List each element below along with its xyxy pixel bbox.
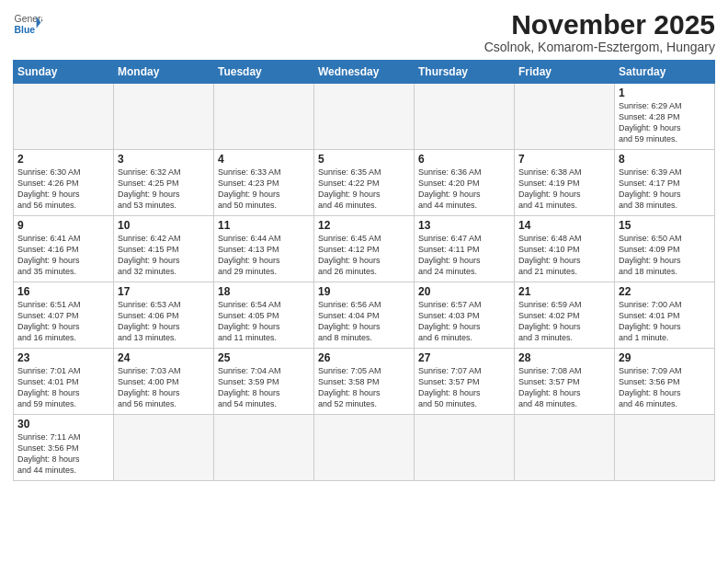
- calendar-cell: 25Sunrise: 7:04 AM Sunset: 3:59 PM Dayli…: [214, 349, 314, 415]
- calendar-cell: 9Sunrise: 6:41 AM Sunset: 4:16 PM Daylig…: [14, 216, 114, 282]
- calendar-cell: 27Sunrise: 7:07 AM Sunset: 3:57 PM Dayli…: [415, 349, 515, 415]
- calendar-cell: 30Sunrise: 7:11 AM Sunset: 3:56 PM Dayli…: [14, 415, 114, 481]
- month-title: November 2025: [484, 9, 715, 40]
- calendar-cell: 3Sunrise: 6:32 AM Sunset: 4:25 PM Daylig…: [114, 150, 214, 216]
- week-row-6: 30Sunrise: 7:11 AM Sunset: 3:56 PM Dayli…: [14, 415, 715, 481]
- day-info: Sunrise: 6:59 AM Sunset: 4:02 PM Dayligh…: [518, 299, 610, 344]
- day-number: 4: [218, 153, 310, 166]
- day-info: Sunrise: 6:32 AM Sunset: 4:25 PM Dayligh…: [118, 167, 210, 212]
- calendar-cell: 6Sunrise: 6:36 AM Sunset: 4:20 PM Daylig…: [415, 150, 515, 216]
- day-number: 29: [619, 351, 711, 364]
- calendar-cell: 5Sunrise: 6:35 AM Sunset: 4:22 PM Daylig…: [314, 150, 415, 216]
- header-saturday: Saturday: [615, 61, 715, 84]
- day-info: Sunrise: 6:45 AM Sunset: 4:12 PM Dayligh…: [318, 233, 410, 278]
- calendar-cell: [214, 84, 314, 150]
- day-info: Sunrise: 7:05 AM Sunset: 3:58 PM Dayligh…: [318, 365, 410, 410]
- day-info: Sunrise: 7:03 AM Sunset: 4:00 PM Dayligh…: [118, 365, 210, 410]
- logo-icon: General Blue: [13, 9, 42, 39]
- day-info: Sunrise: 6:36 AM Sunset: 4:20 PM Dayligh…: [418, 167, 510, 212]
- day-number: 14: [518, 219, 610, 232]
- calendar-cell: 7Sunrise: 6:38 AM Sunset: 4:19 PM Daylig…: [515, 150, 615, 216]
- day-number: 20: [418, 285, 510, 298]
- weekday-header-row: Sunday Monday Tuesday Wednesday Thursday…: [14, 61, 715, 84]
- day-number: 23: [17, 351, 109, 364]
- day-info: Sunrise: 6:56 AM Sunset: 4:04 PM Dayligh…: [318, 299, 410, 344]
- svg-text:Blue: Blue: [15, 25, 36, 35]
- calendar-cell: [515, 415, 615, 481]
- calendar-cell: 18Sunrise: 6:54 AM Sunset: 4:05 PM Dayli…: [214, 282, 314, 349]
- week-row-4: 16Sunrise: 6:51 AM Sunset: 4:07 PM Dayli…: [14, 282, 715, 349]
- day-number: 17: [118, 285, 210, 298]
- calendar-cell: 11Sunrise: 6:44 AM Sunset: 4:13 PM Dayli…: [214, 216, 314, 282]
- day-number: 24: [118, 351, 210, 364]
- week-row-5: 23Sunrise: 7:01 AM Sunset: 4:01 PM Dayli…: [14, 349, 715, 415]
- header-monday: Monday: [114, 61, 214, 84]
- calendar-cell: 4Sunrise: 6:33 AM Sunset: 4:23 PM Daylig…: [214, 150, 314, 216]
- header-wednesday: Wednesday: [314, 61, 415, 84]
- calendar-cell: 8Sunrise: 6:39 AM Sunset: 4:17 PM Daylig…: [615, 150, 715, 216]
- day-number: 7: [518, 153, 610, 166]
- day-number: 11: [218, 219, 310, 232]
- day-info: Sunrise: 6:48 AM Sunset: 4:10 PM Dayligh…: [518, 233, 610, 278]
- calendar-cell: [415, 84, 515, 150]
- calendar-cell: [114, 415, 214, 481]
- day-info: Sunrise: 7:00 AM Sunset: 4:01 PM Dayligh…: [619, 299, 711, 344]
- calendar-cell: [615, 415, 715, 481]
- calendar-cell: [515, 84, 615, 150]
- calendar-cell: 17Sunrise: 6:53 AM Sunset: 4:06 PM Dayli…: [114, 282, 214, 349]
- calendar-cell: 19Sunrise: 6:56 AM Sunset: 4:04 PM Dayli…: [314, 282, 415, 349]
- calendar-cell: 23Sunrise: 7:01 AM Sunset: 4:01 PM Dayli…: [14, 349, 114, 415]
- logo: General Blue: [13, 9, 42, 39]
- calendar-cell: [415, 415, 515, 481]
- day-number: 13: [418, 219, 510, 232]
- day-number: 16: [17, 285, 109, 298]
- calendar-cell: [314, 415, 415, 481]
- day-info: Sunrise: 7:01 AM Sunset: 4:01 PM Dayligh…: [17, 365, 109, 410]
- location-subtitle: Csolnok, Komarom-Esztergom, Hungary: [484, 40, 715, 54]
- day-info: Sunrise: 7:07 AM Sunset: 3:57 PM Dayligh…: [418, 365, 510, 410]
- day-number: 9: [17, 219, 109, 232]
- title-block: November 2025 Csolnok, Komarom-Esztergom…: [484, 9, 715, 54]
- day-number: 6: [418, 153, 510, 166]
- calendar-cell: 2Sunrise: 6:30 AM Sunset: 4:26 PM Daylig…: [14, 150, 114, 216]
- page-header: General Blue November 2025 Csolnok, Koma…: [13, 9, 715, 54]
- calendar-cell: 28Sunrise: 7:08 AM Sunset: 3:57 PM Dayli…: [515, 349, 615, 415]
- calendar-cell: [314, 84, 415, 150]
- calendar-cell: 10Sunrise: 6:42 AM Sunset: 4:15 PM Dayli…: [114, 216, 214, 282]
- calendar-cell: [214, 415, 314, 481]
- day-number: 10: [118, 219, 210, 232]
- header-sunday: Sunday: [14, 61, 114, 84]
- day-number: 8: [619, 153, 711, 166]
- calendar-cell: 21Sunrise: 6:59 AM Sunset: 4:02 PM Dayli…: [515, 282, 615, 349]
- day-number: 27: [418, 351, 510, 364]
- day-info: Sunrise: 6:51 AM Sunset: 4:07 PM Dayligh…: [17, 299, 109, 344]
- calendar-cell: [14, 84, 114, 150]
- calendar-cell: 1Sunrise: 6:29 AM Sunset: 4:28 PM Daylig…: [615, 84, 715, 150]
- day-info: Sunrise: 6:35 AM Sunset: 4:22 PM Dayligh…: [318, 167, 410, 212]
- day-info: Sunrise: 6:42 AM Sunset: 4:15 PM Dayligh…: [118, 233, 210, 278]
- day-info: Sunrise: 7:04 AM Sunset: 3:59 PM Dayligh…: [218, 365, 310, 410]
- calendar-cell: 14Sunrise: 6:48 AM Sunset: 4:10 PM Dayli…: [515, 216, 615, 282]
- day-number: 22: [619, 285, 711, 298]
- day-number: 21: [518, 285, 610, 298]
- day-number: 25: [218, 351, 310, 364]
- header-tuesday: Tuesday: [214, 61, 314, 84]
- header-friday: Friday: [515, 61, 615, 84]
- day-info: Sunrise: 6:53 AM Sunset: 4:06 PM Dayligh…: [118, 299, 210, 344]
- calendar-cell: 24Sunrise: 7:03 AM Sunset: 4:00 PM Dayli…: [114, 349, 214, 415]
- day-number: 5: [318, 153, 410, 166]
- day-info: Sunrise: 6:39 AM Sunset: 4:17 PM Dayligh…: [619, 167, 711, 212]
- day-number: 30: [17, 418, 109, 431]
- calendar-cell: 12Sunrise: 6:45 AM Sunset: 4:12 PM Dayli…: [314, 216, 415, 282]
- header-thursday: Thursday: [415, 61, 515, 84]
- day-number: 1: [619, 86, 711, 99]
- calendar-cell: 16Sunrise: 6:51 AM Sunset: 4:07 PM Dayli…: [14, 282, 114, 349]
- day-info: Sunrise: 6:30 AM Sunset: 4:26 PM Dayligh…: [17, 167, 109, 212]
- calendar-cell: 13Sunrise: 6:47 AM Sunset: 4:11 PM Dayli…: [415, 216, 515, 282]
- day-info: Sunrise: 6:38 AM Sunset: 4:19 PM Dayligh…: [518, 167, 610, 212]
- day-number: 2: [17, 153, 109, 166]
- day-info: Sunrise: 6:47 AM Sunset: 4:11 PM Dayligh…: [418, 233, 510, 278]
- day-number: 18: [218, 285, 310, 298]
- day-number: 15: [619, 219, 711, 232]
- calendar-table: Sunday Monday Tuesday Wednesday Thursday…: [13, 60, 715, 481]
